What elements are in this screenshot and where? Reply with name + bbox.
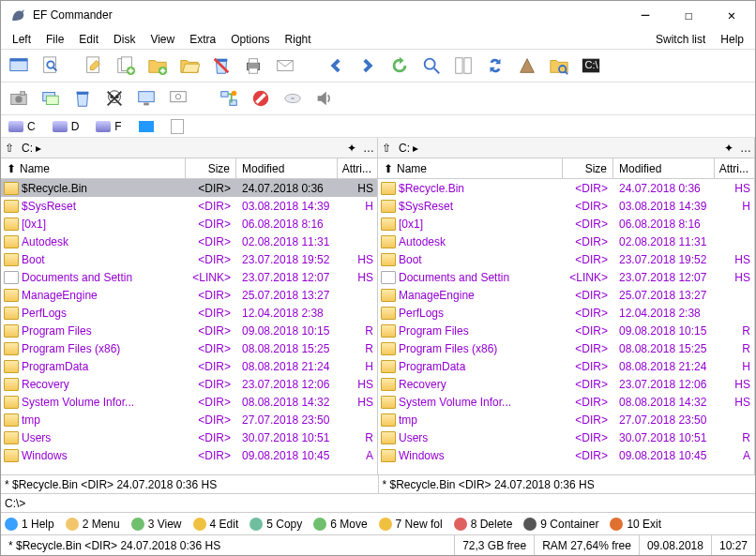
menu-switch-list[interactable]: Switch list xyxy=(648,31,713,48)
minimize-button[interactable]: ─ xyxy=(624,1,667,29)
col-size[interactable]: Size xyxy=(186,158,236,178)
file-row[interactable]: $SysReset<DIR>03.08.2018 14:39H xyxy=(378,197,754,215)
file-row[interactable]: PerfLogs<DIR>12.04.2018 2:38 xyxy=(378,304,754,322)
close-button[interactable]: ✕ xyxy=(710,1,753,29)
drive-F[interactable]: F xyxy=(92,120,125,133)
file-row[interactable]: ProgramData<DIR>08.08.2018 21:24H xyxy=(1,357,377,375)
disc-icon[interactable] xyxy=(279,84,307,113)
camera-icon[interactable] xyxy=(5,84,33,113)
menu-extra[interactable]: Extra xyxy=(182,31,223,48)
file-row[interactable]: System Volume Infor...<DIR>08.08.2018 14… xyxy=(378,393,754,411)
maximize-button[interactable]: ☐ xyxy=(667,1,710,29)
file-row[interactable]: Users<DIR>30.07.2018 10:51R xyxy=(378,428,754,446)
menu-left[interactable]: Left xyxy=(5,31,38,48)
history-icon[interactable]: … xyxy=(737,142,754,155)
file-row[interactable]: ManageEngine<DIR>25.07.2018 13:27 xyxy=(378,286,754,304)
edit-doc-icon[interactable] xyxy=(80,52,108,80)
fkey-10-exit[interactable]: 10 Exit xyxy=(610,518,661,531)
sync-icon[interactable] xyxy=(481,52,509,80)
path-label[interactable]: C: ▸ xyxy=(395,142,720,155)
file-row[interactable]: Autodesk<DIR>02.08.2018 11:31 xyxy=(378,233,754,250)
file-row[interactable]: $Recycle.Bin<DIR>24.07.2018 0:36HS xyxy=(1,179,377,197)
fkey-9-container[interactable]: 9 Container xyxy=(523,518,598,531)
col-attr[interactable]: Attri... xyxy=(715,158,754,178)
file-row[interactable]: [0x1]<DIR>06.08.2018 8:16 xyxy=(378,215,754,233)
block-icon[interactable] xyxy=(247,84,275,113)
col-size[interactable]: Size xyxy=(563,158,613,178)
file-row[interactable]: Documents and Settin<LINK>23.07.2018 12:… xyxy=(1,268,377,286)
path-label[interactable]: C: ▸ xyxy=(18,142,343,155)
trash-icon[interactable] xyxy=(68,84,97,113)
sound-icon[interactable] xyxy=(310,84,339,113)
col-name[interactable]: ⬆Name xyxy=(378,158,563,178)
window-icon[interactable] xyxy=(5,52,33,80)
up-icon[interactable]: ⇧ xyxy=(1,142,18,155)
col-name[interactable]: ⬆Name xyxy=(1,158,186,178)
file-row[interactable]: $SysReset<DIR>03.08.2018 14:39H xyxy=(1,197,377,215)
file-row[interactable]: Program Files<DIR>09.08.2018 10:15R xyxy=(1,322,377,339)
file-row[interactable]: Documents and Settin<LINK>23.07.2018 12:… xyxy=(378,268,754,286)
favorites-icon[interactable]: ✦ xyxy=(720,142,737,155)
col-modified[interactable]: Modified xyxy=(236,158,338,178)
file-list[interactable]: $Recycle.Bin<DIR>24.07.2018 0:36HS$SysRe… xyxy=(1,179,377,474)
terminal-icon[interactable]: C:\ xyxy=(577,52,605,80)
file-row[interactable]: Recovery<DIR>23.07.2018 12:06HS xyxy=(378,375,754,393)
file-row[interactable]: Program Files<DIR>09.08.2018 10:15R xyxy=(378,322,754,339)
fkey-4-edit[interactable]: 4 Edit xyxy=(193,518,239,531)
fkey-7-new-fol[interactable]: 7 New fol xyxy=(379,518,443,531)
drive-D[interactable]: D xyxy=(49,120,83,133)
menu-disk[interactable]: Disk xyxy=(106,31,143,48)
file-row[interactable]: tmp<DIR>27.07.2018 23:50 xyxy=(1,411,377,428)
mail-icon[interactable] xyxy=(271,52,299,80)
menu-file[interactable]: File xyxy=(38,31,71,48)
column-header[interactable]: ⬆NameSizeModifiedAttri... xyxy=(378,158,754,179)
back-icon[interactable] xyxy=(322,52,350,80)
col-attr[interactable]: Attri... xyxy=(338,158,377,178)
file-row[interactable]: PerfLogs<DIR>12.04.2018 2:38 xyxy=(1,304,377,322)
drive-C[interactable]: C xyxy=(5,120,39,133)
up-icon[interactable]: ⇧ xyxy=(378,142,395,155)
file-row[interactable]: System Volume Infor...<DIR>08.08.2018 14… xyxy=(1,393,377,411)
fkey-8-delete[interactable]: 8 Delete xyxy=(454,518,513,531)
fkey-5-copy[interactable]: 5 Copy xyxy=(249,518,302,531)
drive-desktop[interactable] xyxy=(135,121,158,132)
menu-edit[interactable]: Edit xyxy=(71,31,106,48)
column-header[interactable]: ⬆NameSizeModifiedAttri... xyxy=(1,158,377,179)
menu-help[interactable]: Help xyxy=(713,31,751,48)
file-row[interactable]: Program Files (x86)<DIR>08.08.2018 15:25… xyxy=(378,339,754,357)
skull-icon[interactable] xyxy=(100,84,129,113)
history-icon[interactable]: … xyxy=(360,142,377,155)
delete-icon[interactable] xyxy=(207,52,235,80)
file-row[interactable]: Program Files (x86)<DIR>08.08.2018 15:25… xyxy=(1,339,377,357)
fkey-3-view[interactable]: 3 View xyxy=(131,518,182,531)
col-modified[interactable]: Modified xyxy=(613,158,715,178)
file-row[interactable]: [0x1]<DIR>06.08.2018 8:16 xyxy=(1,215,377,233)
file-row[interactable]: ManageEngine<DIR>25.07.2018 13:27 xyxy=(1,286,377,304)
favorites-icon[interactable]: ✦ xyxy=(343,142,360,155)
file-row[interactable]: Boot<DIR>23.07.2018 19:52HS xyxy=(378,250,754,268)
compare-icon[interactable] xyxy=(449,52,477,80)
file-row[interactable]: Recovery<DIR>23.07.2018 12:06HS xyxy=(1,375,377,393)
file-row[interactable]: $Recycle.Bin<DIR>24.07.2018 0:36HS xyxy=(378,179,754,197)
command-line[interactable]: C:\> xyxy=(1,493,755,512)
pyramid-icon[interactable] xyxy=(513,52,541,80)
file-row[interactable]: Windows<DIR>09.08.2018 10:45A xyxy=(378,446,754,464)
file-row[interactable]: tmp<DIR>27.07.2018 23:50 xyxy=(378,411,754,428)
reload-icon[interactable] xyxy=(386,52,414,80)
open-folder-icon[interactable] xyxy=(175,52,204,80)
add-folder-icon[interactable] xyxy=(144,52,172,80)
search-folder-icon[interactable] xyxy=(545,52,573,80)
menu-view[interactable]: View xyxy=(143,31,182,48)
search-icon[interactable] xyxy=(417,52,446,80)
forward-icon[interactable] xyxy=(354,52,382,80)
file-row[interactable]: Boot<DIR>23.07.2018 19:52HS xyxy=(1,250,377,268)
file-list[interactable]: $Recycle.Bin<DIR>24.07.2018 0:36HS$SysRe… xyxy=(378,179,754,474)
photos-icon[interactable] xyxy=(37,84,65,113)
monitor-icon[interactable] xyxy=(132,84,160,113)
print-icon[interactable] xyxy=(239,52,267,80)
add-docs-icon[interactable] xyxy=(112,52,140,80)
file-row[interactable]: ProgramData<DIR>08.08.2018 21:24H xyxy=(378,357,754,375)
fkey-6-move[interactable]: 6 Move xyxy=(313,518,367,531)
fkey-1-help[interactable]: 1 Help xyxy=(5,518,54,531)
menu-right[interactable]: Right xyxy=(278,31,319,48)
